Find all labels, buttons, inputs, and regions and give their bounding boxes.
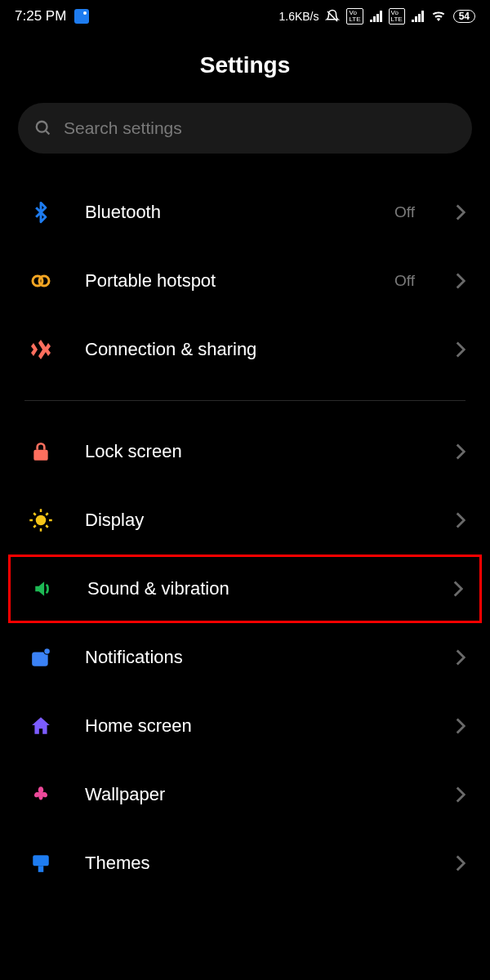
row-label: Bluetooth	[85, 202, 363, 223]
chevron-right-icon	[456, 512, 466, 528]
bluetooth-icon	[28, 199, 54, 225]
search-input[interactable]	[64, 118, 456, 138]
connection-icon	[28, 336, 54, 363]
row-wallpaper[interactable]: Wallpaper	[0, 760, 490, 829]
chevron-right-icon	[453, 581, 463, 597]
svg-line-11	[33, 525, 36, 528]
flower-icon	[28, 782, 54, 808]
chevron-right-icon	[456, 443, 466, 460]
row-label: Home screen	[85, 715, 425, 737]
divider	[24, 400, 466, 401]
row-label: Wallpaper	[85, 784, 425, 805]
row-label: Themes	[85, 853, 425, 874]
settings-list: Bluetooth Off Portable hotspot Off Conne…	[0, 178, 490, 898]
themes-icon	[28, 850, 54, 876]
svg-point-0	[37, 122, 47, 132]
row-label: Lock screen	[85, 441, 425, 462]
volte-icon-2: VoLTE	[389, 8, 405, 24]
svg-line-13	[46, 525, 48, 528]
row-label: Portable hotspot	[85, 270, 363, 292]
chevron-right-icon	[456, 341, 466, 358]
hotspot-icon	[28, 268, 54, 294]
row-notifications[interactable]: Notifications	[0, 623, 490, 692]
status-time: 7:25 PM	[15, 8, 66, 24]
wifi-icon	[430, 10, 447, 23]
search-bar[interactable]	[18, 103, 472, 154]
svg-rect-18	[38, 866, 44, 872]
row-connection-sharing[interactable]: Connection & sharing	[0, 315, 490, 384]
chevron-right-icon	[456, 204, 466, 220]
chevron-right-icon	[456, 718, 466, 734]
chevron-right-icon	[456, 786, 466, 803]
svg-line-10	[46, 513, 48, 515]
row-label: Notifications	[85, 647, 425, 668]
row-value: Off	[394, 203, 415, 221]
lock-icon	[28, 439, 54, 465]
row-themes[interactable]: Themes	[0, 829, 490, 898]
status-bar: 7:25 PM 1.6KB/s VoLTE VoLTE 54	[0, 0, 490, 33]
chevron-right-icon	[456, 855, 466, 871]
network-speed: 1.6KB/s	[278, 10, 318, 23]
row-home-screen[interactable]: Home screen	[0, 692, 490, 760]
svg-rect-17	[33, 855, 49, 866]
page-title: Settings	[0, 33, 490, 103]
signal-icon-1	[370, 11, 382, 22]
chevron-right-icon	[456, 649, 466, 666]
battery-indicator: 54	[453, 10, 475, 23]
svg-line-12	[33, 513, 36, 515]
svg-point-16	[44, 648, 50, 654]
chevron-right-icon	[456, 273, 466, 289]
row-bluetooth[interactable]: Bluetooth Off	[0, 178, 490, 247]
file-manager-icon	[74, 9, 89, 24]
volte-icon-1: VoLTE	[346, 8, 363, 24]
svg-line-1	[46, 131, 50, 135]
signal-icon-2	[412, 11, 424, 22]
row-display[interactable]: Display	[0, 486, 490, 555]
svg-point-3	[39, 276, 49, 286]
row-lock-screen[interactable]: Lock screen	[0, 417, 490, 486]
row-label: Sound & vibration	[87, 578, 422, 599]
row-hotspot[interactable]: Portable hotspot Off	[0, 247, 490, 315]
home-icon	[28, 713, 54, 739]
dnd-icon	[325, 9, 340, 24]
row-sound-vibration[interactable]: Sound & vibration	[8, 555, 482, 623]
sun-icon	[28, 507, 54, 533]
notifications-icon	[28, 644, 54, 670]
svg-rect-4	[33, 450, 47, 461]
search-icon	[34, 119, 52, 137]
row-label: Display	[85, 510, 425, 531]
row-value: Off	[394, 272, 415, 290]
row-label: Connection & sharing	[85, 339, 425, 360]
speaker-icon	[30, 576, 56, 602]
svg-point-5	[36, 515, 47, 526]
